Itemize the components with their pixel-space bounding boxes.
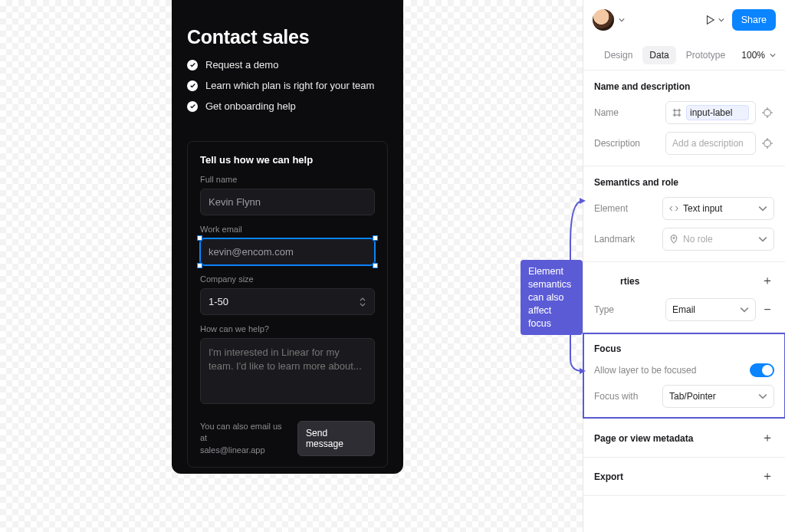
tab-design[interactable]: Design	[597, 46, 639, 64]
check-icon	[187, 101, 198, 112]
share-button[interactable]: Share	[732, 9, 776, 31]
type-select[interactable]: Email	[665, 298, 756, 321]
code-icon	[669, 204, 678, 213]
bullet-item: Get onboarding help	[187, 100, 388, 112]
selection-handle-bl[interactable]	[197, 263, 202, 268]
page-title: Contact sales	[187, 26, 388, 48]
focus-with-select[interactable]: Tab/Pointer	[662, 385, 774, 408]
zoom-control[interactable]: 100%	[741, 50, 776, 61]
name-label: Name	[594, 107, 619, 118]
tab-data[interactable]: Data	[642, 46, 675, 64]
send-message-button[interactable]: Send message	[297, 421, 375, 456]
check-icon	[187, 80, 198, 91]
tab-prototype[interactable]: Prototype	[679, 46, 732, 64]
play-icon	[705, 15, 715, 25]
landmark-icon	[669, 235, 678, 244]
inspector-panel: Share Design Data Prototype 100% Name an…	[583, 0, 785, 532]
preview-button[interactable]	[705, 15, 724, 25]
type-label: Type	[594, 304, 614, 315]
section-semantics: Semantics and role Element Text input La…	[583, 166, 785, 262]
check-icon	[187, 60, 198, 71]
bullet-item: Request a demo	[187, 59, 388, 71]
help-label: How can we help?	[200, 324, 375, 333]
work-email-label: Work email	[200, 225, 375, 234]
svg-point-2	[673, 237, 675, 238]
section-page-metadata[interactable]: Page or view metadata ＋	[583, 419, 785, 458]
svg-point-0	[764, 110, 771, 117]
add-export-button[interactable]: ＋	[760, 468, 774, 484]
description-field[interactable]: Add a description	[665, 132, 756, 155]
full-name-input[interactable]: Kevin Flynn	[200, 189, 375, 215]
section-heading: Semantics and role	[594, 177, 774, 188]
frame-icon	[672, 108, 682, 117]
allow-focus-label: Allow layer to be focused	[594, 365, 696, 376]
chevron-down-icon	[758, 392, 767, 401]
selection-handle-br[interactable]	[373, 263, 378, 268]
section-heading: Name and description	[594, 81, 774, 92]
contact-sales-frame[interactable]: Contact sales Request a demo Learn which…	[172, 0, 403, 474]
crosshair-icon[interactable]	[760, 101, 774, 124]
company-size-label: Company size	[200, 274, 375, 284]
chevron-down-icon	[740, 305, 749, 314]
contact-form-card: Tell us how we can help Full name Kevin …	[187, 141, 388, 468]
landmark-label: Landmark	[594, 234, 635, 245]
add-page-metadata-button[interactable]: ＋	[760, 430, 774, 446]
svg-point-1	[764, 140, 771, 147]
help-textarea[interactable]	[200, 338, 375, 404]
footer-hint: You can also email us at sales@linear.ap…	[200, 421, 290, 456]
avatar[interactable]	[593, 9, 614, 31]
work-email-input[interactable]: kevin@encom.com	[200, 238, 375, 265]
section-properties: Properties ＋ Type Email −	[583, 262, 785, 333]
chevron-down-icon[interactable]	[619, 17, 625, 23]
description-label: Description	[594, 138, 640, 149]
selection-handle-tr[interactable]	[373, 235, 378, 241]
section-name-description: Name and description Name input-label De…	[583, 71, 785, 166]
form-heading: Tell us how we can help	[200, 154, 375, 166]
chevron-down-icon	[770, 52, 776, 58]
element-select[interactable]: Text input	[662, 197, 774, 220]
chevron-down-icon	[718, 17, 724, 23]
element-label: Element	[594, 203, 628, 214]
crosshair-icon[interactable]	[760, 132, 774, 155]
bullet-item: Learn which plan is right for your team	[187, 80, 388, 91]
inspector-topbar: Share	[583, 0, 785, 40]
section-export[interactable]: Export ＋	[583, 458, 785, 496]
remove-property-button[interactable]: −	[760, 303, 774, 317]
name-field[interactable]: input-label	[665, 101, 756, 124]
add-property-button[interactable]: ＋	[760, 273, 774, 289]
canvas[interactable]: Contact sales Request a demo Learn which…	[0, 0, 583, 532]
landmark-select[interactable]: No role	[662, 228, 774, 251]
chevron-down-icon	[758, 235, 767, 244]
select-chevron-icon	[359, 297, 366, 307]
focus-with-label: Focus with	[594, 391, 638, 402]
section-heading: Focus	[594, 343, 774, 354]
allow-focus-toggle[interactable]	[750, 363, 774, 377]
full-name-label: Full name	[200, 175, 375, 184]
company-size-select[interactable]: 1-50	[200, 288, 375, 315]
chevron-down-icon	[758, 204, 767, 213]
inspector-tabs: Design Data Prototype 100%	[583, 40, 785, 71]
section-heading: Properties	[594, 276, 639, 287]
section-focus: Focus Allow layer to be focused Focus wi…	[583, 333, 785, 419]
selection-handle-tl[interactable]	[197, 235, 202, 241]
